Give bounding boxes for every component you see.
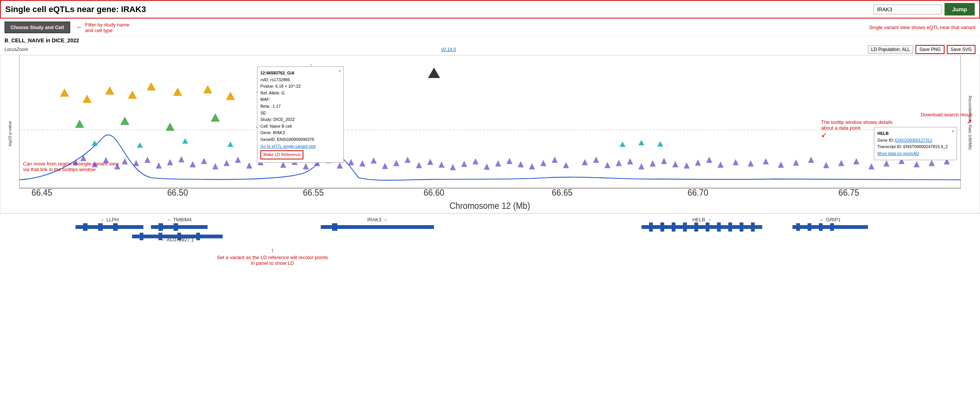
gene-track-svg: ← LLPH ← TMBIM4 ← AC078927.1 IRAK3 → HEL… [0, 214, 980, 244]
ld-population-button[interactable]: LD Population: ALL [868, 45, 913, 54]
svg-rect-137 [321, 225, 434, 229]
header-controls: Jump [873, 3, 975, 16]
svg-rect-132 [140, 233, 143, 240]
helb-tooltip-close-icon[interactable]: × [952, 128, 955, 135]
move-region-annotation: Can move from region to single-variant v… [23, 161, 121, 172]
tooltip-se: SE: [260, 110, 340, 117]
svg-rect-148 [728, 222, 732, 232]
single-variant-annotation: Single variant view shows eQTL near that… [869, 24, 975, 30]
ld-ref-annotation: ↑ Set a variant as the LD reference will… [216, 247, 329, 266]
svg-text:66.45: 66.45 [31, 187, 52, 198]
save-svg-button[interactable]: Save SVG [947, 45, 975, 54]
svg-rect-145 [694, 222, 698, 232]
download-annotation: Download search result ↗ [921, 112, 972, 126]
subheader-row: Choose Study and Cell Filter by study na… [0, 19, 980, 37]
svg-rect-156 [830, 223, 834, 231]
page-header: Single cell eQTLs near gene: IRAK3 Jump [0, 0, 980, 19]
svg-text:← AC078927.1: ← AC078927.1 [161, 237, 194, 243]
filter-annotation: Filter by study nameand cell type [76, 22, 129, 33]
svg-rect-135 [196, 233, 200, 240]
move-region-text: Can move from region to single-variant v… [23, 161, 119, 172]
locus-zoom-plot[interactable]: -log10 p-value Recombination Rate (cM/Mb… [0, 55, 980, 213]
svg-text:HELB →: HELB → [692, 217, 712, 222]
svg-rect-125 [113, 223, 118, 231]
svg-rect-128 [159, 223, 163, 231]
svg-rect-143 [672, 222, 676, 232]
locuszoom-version-link[interactable]: v0.14.0 [441, 47, 456, 52]
tooltip-pvalue: Pvalue: 6.18 × 10^-22 [260, 83, 340, 90]
helb-gene-id: Gene ID: ENSG00000127311 [877, 137, 954, 144]
bottom-annotations-area: ↑ Set a variant as the LD reference will… [0, 244, 980, 289]
helb-gnomad-link[interactable]: More data on gnomAD [877, 151, 919, 156]
variant-tooltip: × 12:66583762_G/A rsID: rs1732886 Pvalue… [257, 67, 344, 163]
svg-rect-149 [740, 222, 743, 232]
filter-annotation-text: Filter by study nameand cell type [85, 22, 129, 33]
svg-text:← LLPH: ← LLPH [100, 217, 118, 222]
svg-rect-138 [332, 223, 337, 231]
cell-name-text: B_CELL_NAIVE in DICE_2022 [5, 37, 79, 43]
single-variant-annotation-text: Single variant view shows eQTL near that… [869, 24, 975, 30]
tooltip-variant: 12:66583762_G/A [260, 70, 340, 77]
svg-rect-144 [683, 222, 687, 232]
jump-button[interactable]: Jump [945, 3, 975, 16]
svg-text:Chromosome 12 (Mb): Chromosome 12 (Mb) [449, 201, 530, 211]
svg-rect-155 [819, 223, 822, 231]
tooltip-maf: MAF: [260, 96, 340, 103]
svg-text:66.75: 66.75 [838, 187, 859, 198]
ld-ref-annotation-text: Set a variant as the LD reference will r… [217, 254, 328, 266]
tooltip-gene: Gene: IRAK3 [260, 129, 340, 136]
svg-text:66.55: 66.55 [303, 187, 324, 198]
svg-rect-142 [660, 222, 664, 232]
tooltip-close-icon[interactable]: × [339, 68, 341, 75]
svg-rect-141 [649, 222, 653, 232]
tooltip-rsid: rsID: rs1732886 [260, 77, 340, 83]
svg-text:66.65: 66.65 [552, 187, 573, 198]
gene-search-input[interactable] [873, 5, 942, 14]
lz-controls: LD Population: ALL Save PNG Save SVG [868, 45, 975, 54]
helb-transcript-id: Transcript ID: ENST00000247815.9_2 [877, 144, 954, 150]
page-title: Single cell eQTLs near gene: IRAK3 [5, 5, 146, 14]
svg-rect-129 [173, 223, 178, 231]
tooltip-cell: Cell: Naive B cell [260, 123, 340, 130]
svg-rect-147 [717, 222, 721, 232]
lz-plot-svg[interactable]: 66.45 66.50 66.55 66.60 66.65 66.70 66.7… [19, 55, 961, 213]
svg-rect-146 [706, 222, 710, 232]
svg-rect-154 [808, 223, 811, 231]
y-axis-left: -log10 p-value [0, 55, 19, 213]
helb-gene-id-link[interactable]: ENSG00000127311 [895, 138, 932, 142]
download-annotation-text: Download search result [921, 112, 972, 117]
svg-rect-124 [98, 223, 103, 231]
tooltip-ref: Ref. Allele: G [260, 90, 340, 97]
go-to-single-variant-link[interactable]: Go to eQTL single-variant plot [260, 144, 315, 149]
y-axis-left-label: -log10 p-value [8, 121, 12, 147]
tooltip-gene-id: GeneID: ENSG00000090376 [260, 136, 340, 143]
tooltip-beta: Beta: -1.17 [260, 103, 340, 110]
helb-tooltip: × HELB Gene ID: ENSG00000127311 Transcri… [874, 127, 957, 160]
svg-rect-123 [83, 223, 88, 231]
tooltip-study: Study: DICE_2022 [260, 116, 340, 123]
svg-text:← TMBIM4: ← TMBIM4 [167, 217, 192, 222]
gene-track: ← LLPH ← TMBIM4 ← AC078927.1 IRAK3 → HEL… [0, 213, 980, 244]
choose-study-button[interactable]: Choose Study and Cell [5, 22, 70, 33]
cell-name-row: B_CELL_NAIVE in DICE_2022 [0, 37, 980, 44]
svg-text:66.50: 66.50 [167, 187, 188, 198]
arrow-left-icon [76, 23, 83, 31]
make-ld-reference-button[interactable]: Make LD Reference [260, 150, 303, 160]
svg-text:66.70: 66.70 [687, 187, 708, 198]
locuszoom-row: LocusZoom v0.14.0 LD Population: ALL Sav… [0, 44, 980, 55]
svg-text:← GRIP1: ← GRIP1 [819, 217, 841, 222]
locuszoom-label: LocusZoom [5, 47, 29, 52]
helb-tooltip-title: HELB [877, 130, 954, 137]
save-png-button[interactable]: Save PNG [915, 45, 945, 54]
svg-rect-140 [641, 225, 762, 229]
svg-rect-150 [751, 222, 755, 232]
svg-text:IRAK3 →: IRAK3 → [367, 217, 388, 222]
svg-rect-153 [796, 223, 800, 231]
svg-text:66.60: 66.60 [424, 187, 444, 198]
